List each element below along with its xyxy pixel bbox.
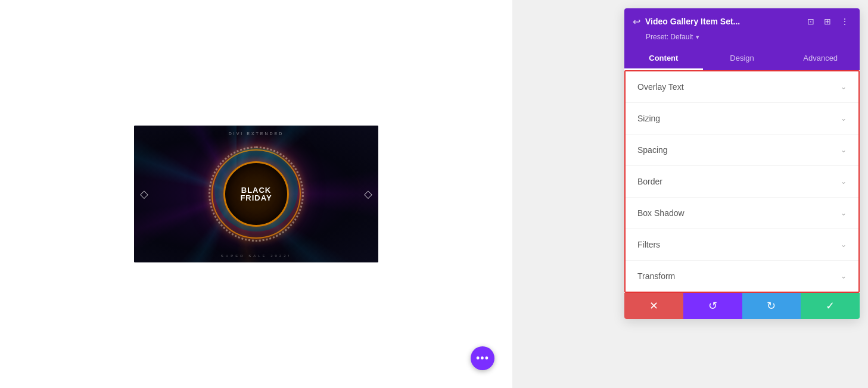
undo-button[interactable]: ↺ (683, 293, 742, 319)
accordion-transform-header[interactable]: Transform ⌄ (626, 261, 858, 292)
accordion-filters-chevron: ⌄ (841, 240, 847, 249)
panel-tabs: Content Design Advanced (624, 48, 860, 70)
super-sale-label: SUPER SALE 2022! (221, 254, 291, 258)
video-graphic: BLACK FRIDAY DIVI EXTENDED SUPER SALE 20… (134, 126, 378, 262)
panel-actions: ✕ ↺ ↻ ✓ (624, 293, 860, 319)
accordion-overlay-text-header[interactable]: Overlay Text ⌄ (626, 71, 858, 102)
accordion-transform: Transform ⌄ (626, 261, 858, 292)
tab-advanced[interactable]: Advanced (781, 48, 860, 70)
accordion-sizing-label: Sizing (637, 114, 660, 123)
tab-content[interactable]: Content (624, 48, 703, 70)
accordion-border: Border ⌄ (626, 166, 858, 198)
redo-icon: ↻ (767, 299, 776, 312)
accordion-overlay-text: Overlay Text ⌄ (626, 71, 858, 103)
accordion-border-header[interactable]: Border ⌄ (626, 166, 858, 197)
nav-arrow-right[interactable]: ◇ (364, 187, 372, 201)
tab-design-label: Design (730, 54, 754, 62)
tab-advanced-label: Advanced (803, 54, 838, 62)
accordion-box-shadow-label: Box Shadow (637, 208, 685, 218)
canvas-area: BLACK FRIDAY DIVI EXTENDED SUPER SALE 20… (0, 0, 512, 388)
accordion-overlay-text-label: Overlay Text (637, 82, 684, 92)
divi-label: DIVI EXTENDED (229, 132, 284, 136)
accordion-filters: Filters ⌄ (626, 229, 858, 261)
accordion-box-shadow: Box Shadow ⌄ (626, 198, 858, 229)
accordion-spacing-header[interactable]: Spacing ⌄ (626, 134, 858, 165)
accordion-overlay-text-chevron: ⌄ (841, 83, 847, 91)
accordion-box-shadow-header[interactable]: Box Shadow ⌄ (626, 198, 858, 229)
panel-expand-button[interactable]: ⊡ (805, 15, 817, 27)
tab-content-label: Content (649, 54, 678, 62)
redo-button[interactable]: ↻ (742, 293, 801, 319)
panel-columns-button[interactable]: ⊞ (822, 15, 833, 27)
undo-icon: ↺ (708, 299, 717, 312)
accordion-spacing-chevron: ⌄ (841, 146, 847, 154)
panel-title-row: ↩ Video Gallery Item Set... ⊡ ⊞ ⋮ (624, 8, 860, 31)
accordion-sizing: Sizing ⌄ (626, 103, 858, 134)
accordion-spacing: Spacing ⌄ (626, 134, 858, 166)
cancel-button[interactable]: ✕ (624, 293, 683, 319)
video-thumbnail[interactable]: BLACK FRIDAY DIVI EXTENDED SUPER SALE 20… (134, 126, 378, 262)
bf-badge: BLACK FRIDAY (223, 161, 289, 227)
panel-title: Video Gallery Item Set... (645, 17, 800, 26)
settings-panel: ↩ Video Gallery Item Set... ⊡ ⊞ ⋮ Preset… (624, 8, 860, 319)
panel-header: ↩ Video Gallery Item Set... ⊡ ⊞ ⋮ Preset… (624, 8, 860, 70)
floating-menu-button[interactable]: ••• (471, 346, 494, 370)
accordion-sizing-chevron: ⌄ (841, 114, 847, 123)
bf-text-friday: FRIDAY (240, 194, 272, 202)
panel-more-button[interactable]: ⋮ (838, 15, 851, 27)
accordion-transform-chevron: ⌄ (841, 272, 847, 280)
accordion-border-label: Border (637, 177, 662, 186)
panel-content: Overlay Text ⌄ Sizing ⌄ Spacing ⌄ Border… (624, 70, 860, 293)
cancel-icon: ✕ (649, 299, 658, 312)
nav-arrow-left[interactable]: ◇ (140, 187, 148, 201)
accordion-filters-label: Filters (637, 240, 660, 249)
panel-preset[interactable]: Preset: Default (646, 33, 693, 41)
accordion-sizing-header[interactable]: Sizing ⌄ (626, 103, 858, 134)
accordion-border-chevron: ⌄ (841, 177, 847, 186)
accordion-spacing-label: Spacing (637, 145, 668, 155)
panel-preset-row: Preset: Default ▾ (624, 31, 860, 48)
panel-back-button[interactable]: ↩ (633, 16, 640, 27)
tab-design[interactable]: Design (703, 48, 782, 70)
preset-chevron-icon: ▾ (696, 33, 699, 40)
accordion-box-shadow-chevron: ⌄ (841, 209, 847, 217)
confirm-button[interactable]: ✓ (801, 293, 860, 319)
confirm-icon: ✓ (826, 299, 835, 312)
dots-icon: ••• (476, 352, 489, 365)
accordion-transform-label: Transform (637, 271, 675, 281)
accordion-filters-header[interactable]: Filters ⌄ (626, 229, 858, 260)
